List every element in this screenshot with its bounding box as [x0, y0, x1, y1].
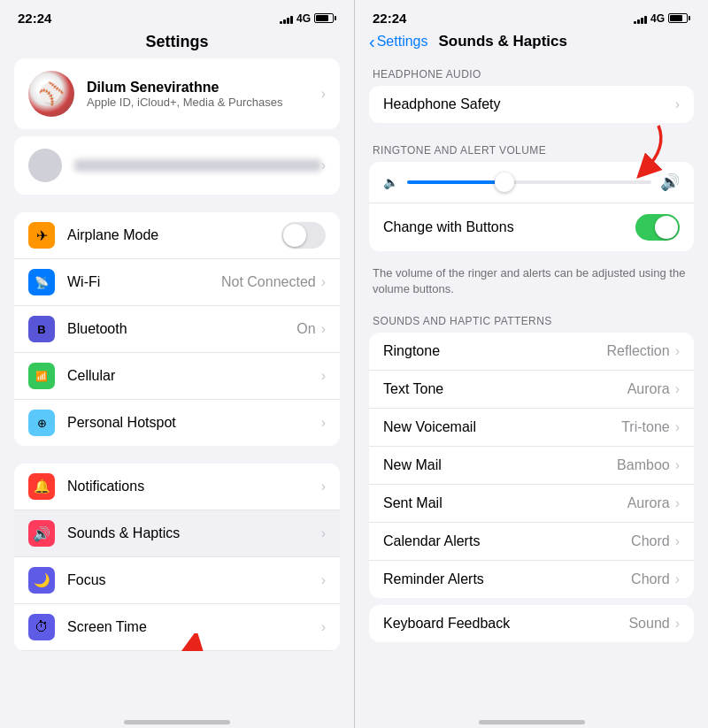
headphone-safety-row[interactable]: Headphone Safety › — [369, 86, 694, 123]
cellular-row[interactable]: 📶 Cellular › — [14, 353, 340, 400]
focus-icon: 🌙 — [28, 567, 55, 594]
focus-row[interactable]: 🌙 Focus › — [14, 557, 340, 604]
network-label: 4G — [296, 12, 311, 25]
hotspot-row[interactable]: ⊕ Personal Hotspot › — [14, 400, 340, 446]
right-content: HEADPHONE AUDIO Headphone Safety › RINGT… — [355, 54, 708, 715]
airplane-mode-row[interactable]: ✈ Airplane Mode — [14, 212, 340, 259]
keyboard-feedback-chevron: › — [675, 616, 680, 632]
sent-mail-row[interactable]: Sent Mail Aurora › — [369, 485, 694, 523]
keyboard-feedback-label: Keyboard Feedback — [383, 616, 628, 632]
notifications-row[interactable]: 🔔 Notifications › — [14, 464, 340, 510]
texttone-chevron: › — [675, 381, 680, 397]
sounds-patterns-group: Ringtone Reflection › Text Tone Aurora ›… — [369, 333, 694, 598]
volume-min-icon: 🔈 — [383, 175, 398, 189]
new-voicemail-row[interactable]: New Voicemail Tri-tone › — [369, 409, 694, 447]
new-voicemail-value: Tri-tone — [621, 419, 670, 435]
bluetooth-row[interactable]: B Bluetooth On › — [14, 306, 340, 353]
wifi-chevron: › — [321, 274, 326, 290]
notifications-label: Notifications — [67, 479, 321, 494]
sounds-patterns-header: SOUNDS AND HAPTIC PATTERNS — [369, 301, 694, 333]
reminder-alerts-row[interactable]: Reminder Alerts Chord › — [369, 561, 694, 598]
profile-chevron: › — [321, 86, 326, 102]
wifi-icon: 📡 — [28, 269, 55, 295]
change-with-buttons-toggle[interactable] — [635, 214, 680, 241]
focus-label: Focus — [67, 572, 321, 588]
right-nav-bar: ‹ Settings Sounds & Haptics — [355, 29, 708, 54]
wifi-value: Not Connected — [221, 274, 316, 290]
calendar-alerts-row[interactable]: Calendar Alerts Chord › — [369, 523, 694, 561]
screentime-chevron: › — [321, 619, 326, 635]
ringtone-volume-header: RINGTONE AND ALERT VOLUME — [369, 130, 694, 162]
texttone-label: Text Tone — [383, 381, 627, 397]
battery-icon — [314, 13, 336, 23]
new-mail-row[interactable]: New Mail Bamboo › — [369, 447, 694, 485]
sounds-row[interactable]: 🔊 Sounds & Haptics › — [14, 510, 340, 557]
back-button[interactable]: ‹ Settings — [369, 34, 427, 50]
volume-slider[interactable] — [407, 180, 651, 184]
volume-slider-fill — [407, 180, 504, 184]
wifi-row[interactable]: 📡 Wi-Fi Not Connected › — [14, 259, 340, 306]
right-page-title: Sounds & Haptics — [438, 33, 566, 50]
volume-group: 🔈 🔊 Change with Buttons — [369, 162, 694, 251]
screentime-row[interactable]: ⏱ Screen Time › — [14, 604, 340, 651]
bluetooth-chevron: › — [321, 321, 326, 337]
screentime-icon: ⏱ — [28, 614, 55, 640]
right-battery-icon — [668, 13, 690, 23]
left-panel: 22:24 4G Settings ⚾ Dilum — [0, 0, 354, 728]
hotspot-icon: ⊕ — [28, 410, 55, 436]
bluetooth-label: Bluetooth — [67, 321, 296, 337]
left-settings-content: ⚾ Dilum Senevirathne Apple ID, iCloud+, … — [0, 58, 354, 715]
calendar-alerts-label: Calendar Alerts — [383, 533, 631, 549]
keyboard-feedback-row[interactable]: Keyboard Feedback Sound › — [369, 605, 694, 642]
airplane-icon: ✈ — [28, 222, 55, 249]
profile-card[interactable]: ⚾ Dilum Senevirathne Apple ID, iCloud+, … — [14, 58, 340, 129]
blurred-account-row[interactable]: › — [14, 136, 340, 195]
calendar-alerts-value: Chord — [631, 533, 670, 549]
cellular-chevron: › — [321, 368, 326, 384]
volume-slider-thumb[interactable] — [495, 172, 514, 192]
volume-max-icon: 🔊 — [660, 172, 680, 192]
right-signal-icon — [634, 13, 647, 24]
right-network-label: 4G — [650, 12, 665, 25]
left-nav-bar: Settings — [0, 29, 354, 58]
back-chevron-icon: ‹ — [369, 33, 375, 50]
airplane-toggle[interactable] — [281, 222, 326, 249]
reminder-alerts-chevron: › — [675, 571, 680, 587]
right-panel: 22:24 4G ‹ Settings Sounds & Haptics — [354, 0, 708, 728]
new-mail-label: New Mail — [383, 457, 617, 473]
wifi-label: Wi-Fi — [67, 274, 221, 290]
volume-description: The volume of the ringer and alerts can … — [369, 258, 694, 301]
left-time: 22:24 — [18, 11, 51, 26]
headphone-safety-label: Headphone Safety — [383, 96, 675, 112]
sent-mail-chevron: › — [675, 495, 680, 511]
apps-group: 🔔 Notifications › 🔊 Sounds & Haptics › 🌙… — [14, 464, 340, 651]
profile-name: Dilum Senevirathne — [87, 80, 321, 96]
headphone-group: Headphone Safety › — [369, 86, 694, 123]
notifications-icon: 🔔 — [28, 473, 55, 500]
keyboard-group: Keyboard Feedback Sound › — [369, 605, 694, 642]
screentime-label: Screen Time — [67, 619, 321, 635]
keyboard-feedback-value: Sound — [628, 616, 669, 632]
ringtone-row[interactable]: Ringtone Reflection › — [369, 333, 694, 371]
right-status-bar: 22:24 4G — [355, 0, 708, 29]
sent-mail-value: Aurora — [627, 495, 670, 511]
back-label: Settings — [377, 34, 428, 50]
new-voicemail-chevron: › — [675, 419, 680, 435]
left-home-indicator — [124, 720, 230, 724]
notifications-chevron: › — [321, 479, 326, 494]
connectivity-group: ✈ Airplane Mode 📡 Wi-Fi Not Connected › … — [14, 212, 340, 446]
bluetooth-icon: B — [28, 316, 55, 342]
texttone-row[interactable]: Text Tone Aurora › — [369, 371, 694, 409]
change-with-buttons-row[interactable]: Change with Buttons — [369, 203, 694, 251]
right-time: 22:24 — [373, 11, 406, 26]
cellular-icon: 📶 — [28, 363, 55, 389]
blurred-avatar — [28, 149, 62, 182]
focus-chevron: › — [321, 572, 326, 588]
left-page-title: Settings — [145, 33, 208, 50]
calendar-alerts-chevron: › — [675, 533, 680, 549]
change-with-buttons-label: Change with Buttons — [383, 219, 635, 235]
hotspot-label: Personal Hotspot — [67, 415, 321, 431]
hotspot-chevron: › — [321, 415, 326, 431]
sounds-chevron: › — [321, 525, 326, 541]
headphone-safety-chevron: › — [675, 96, 680, 112]
